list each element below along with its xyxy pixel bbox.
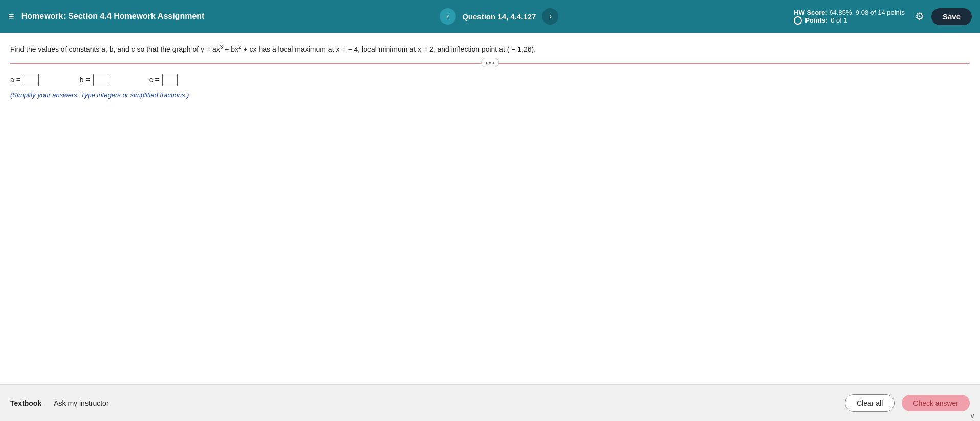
header: ≡ Homework: Section 4.4 Homework Assignm… <box>0 0 980 33</box>
hw-score: HW Score: 64.85%, 9.08 of 14 points <box>794 9 905 16</box>
divider-dots: • • • <box>481 58 499 67</box>
hint-text: (Simplify your answers. Type integers or… <box>10 91 970 99</box>
settings-icon[interactable]: ⚙ <box>915 10 924 23</box>
answer-group-b: b = <box>80 74 108 86</box>
answer-group-a: a = <box>10 74 39 86</box>
prev-question-button[interactable]: ‹ <box>440 8 456 25</box>
footer: Textbook Ask my instructor Clear all Che… <box>0 384 980 421</box>
chevron-down-icon: ∨ <box>970 412 975 420</box>
question-nav: ‹ Question 14, 4.4.127 › <box>440 8 558 25</box>
a-label: a = <box>10 76 20 84</box>
score-section: HW Score: 64.85%, 9.08 of 14 points Poin… <box>794 9 905 25</box>
points-circle-icon <box>794 16 802 25</box>
main-content: Find the values of constants a, b, and c… <box>0 33 980 384</box>
answer-group-c: c = <box>149 74 178 86</box>
header-title: Homework: Section 4.4 Homework Assignmen… <box>21 12 205 21</box>
points-row: Points: 0 of 1 <box>794 16 847 25</box>
answer-row: a = b = c = <box>10 74 970 86</box>
textbook-button[interactable]: Textbook <box>10 399 41 407</box>
next-question-button[interactable]: › <box>542 8 558 25</box>
a-input[interactable] <box>24 74 39 86</box>
menu-icon[interactable]: ≡ <box>8 11 14 23</box>
c-label: c = <box>149 76 159 84</box>
question-label: Question 14, 4.4.127 <box>462 12 536 21</box>
b-label: b = <box>80 76 90 84</box>
clear-all-button[interactable]: Clear all <box>845 394 895 412</box>
title-prefix: Homework: <box>21 12 69 20</box>
save-button[interactable]: Save <box>931 8 972 25</box>
question-text: Find the values of constants a, b, and c… <box>10 43 970 55</box>
b-input[interactable] <box>93 74 108 86</box>
check-answer-button[interactable]: Check answer <box>902 395 970 411</box>
title-bold: Section 4.4 Homework Assignment <box>68 12 204 20</box>
ask-instructor-button[interactable]: Ask my instructor <box>54 399 108 407</box>
footer-actions: Clear all Check answer <box>845 394 970 412</box>
c-input[interactable] <box>162 74 178 86</box>
